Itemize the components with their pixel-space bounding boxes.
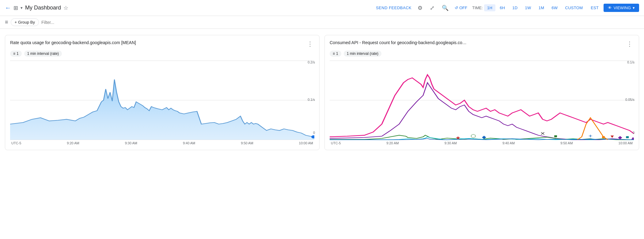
time-custom-button[interactable]: CUSTOM [562, 4, 586, 11]
x-label-utc5: UTC-5 [11, 141, 21, 145]
top-header: ← ⊞ ▾ My Dashboard ☆ SEND FEEDBACK ⚙ ⤢ 🔍… [0, 0, 644, 16]
svg-text:◆: ◆ [482, 135, 487, 139]
chart-2-filter-tag[interactable]: ≡ 1 [330, 51, 341, 57]
svg-text:■: ■ [602, 135, 605, 139]
svg-text:+: + [589, 133, 593, 138]
time-section: TIME: 1H 6H 1D 1W 1M 6W CUSTOM [472, 4, 586, 11]
chart-2-area: ★ ⬡ ◆ ✕ ■ + ■ ▼ ◆ [330, 60, 634, 145]
chart-1-filter-tag[interactable]: ≡ 1 [10, 51, 22, 57]
chart-2-title: Consumed API - Request count for geocodi… [330, 40, 467, 45]
filter-input[interactable] [41, 20, 639, 25]
group-by-button[interactable]: + Group By [11, 18, 39, 26]
filter-tag-icon: ≡ [13, 51, 15, 56]
search-icon[interactable]: 🔍 [441, 3, 450, 13]
time-1d-button[interactable]: 1D [509, 4, 521, 11]
interval-tag-label: 1 min interval (rate) [27, 51, 59, 56]
refresh-icon: ↺ [455, 6, 458, 10]
x-label-950: 9:50 AM [241, 141, 253, 145]
x2-label-1000: 10:00 AM [619, 141, 633, 145]
chart-1-menu-button[interactable]: ⋮ [306, 40, 314, 47]
chart-1-tags: ≡ 1 1 min interval (rate) [10, 51, 314, 57]
y-label-mid-1: 0.1/s [308, 98, 315, 101]
auto-refresh-button[interactable]: ↺ OFF [455, 6, 467, 10]
fullscreen-icon[interactable]: ⤢ [429, 3, 436, 13]
svg-text:▲: ▲ [630, 135, 634, 140]
filter-bar: ≡ + Group By [0, 16, 644, 29]
chart-2-svg: ★ ⬡ ◆ ✕ ■ + ■ ▼ ◆ [330, 60, 634, 140]
x-label-940: 9:40 AM [183, 141, 195, 145]
grid-icon[interactable]: ⊞ [13, 5, 18, 11]
svg-text:★: ★ [455, 135, 460, 140]
time-1h-button[interactable]: 1H [484, 4, 495, 11]
chart-card-1: Rate quota usage for geocoding-backend.g… [5, 35, 320, 150]
time-6h-button[interactable]: 6H [497, 4, 508, 11]
chart-1-x-labels: UTC-5 9:20 AM 9:30 AM 9:40 AM 9:50 AM 10… [10, 141, 314, 145]
chart-1-title: Rate quota usage for geocoding-backend.g… [10, 40, 136, 45]
viewing-label: VIEWING [614, 6, 631, 10]
filter-tag-2-icon: ≡ [333, 51, 335, 56]
chart-1-header: Rate quota usage for geocoding-backend.g… [10, 40, 314, 47]
filter-tag-value: 1 [17, 51, 19, 56]
viewing-dropdown-icon: ▾ [633, 6, 635, 10]
hamburger-icon[interactable]: ≡ [5, 19, 8, 25]
x-label-1000: 10:00 AM [299, 141, 313, 145]
interval-tag-2-label: 1 min interval (rate) [347, 51, 378, 56]
filter-tag-2-value: 1 [336, 51, 338, 56]
auto-refresh-label: OFF [459, 6, 467, 10]
back-button[interactable]: ← [5, 4, 11, 11]
x-label-930: 9:30 AM [125, 141, 137, 145]
chart-2-header: Consumed API - Request count for geocodi… [330, 40, 634, 47]
time-1m-button[interactable]: 1M [536, 4, 547, 11]
chart-2-interval-tag[interactable]: 1 min interval (rate) [344, 51, 381, 57]
svg-text:✕: ✕ [540, 131, 545, 136]
y-label-top-2: 0.1/s [627, 60, 635, 64]
svg-text:■: ■ [554, 134, 557, 138]
time-1w-button[interactable]: 1W [522, 4, 534, 11]
chart-1-svg [10, 60, 314, 140]
x2-label-940: 9:40 AM [502, 141, 515, 145]
header-left: ← ⊞ ▾ My Dashboard ☆ [5, 4, 373, 11]
chart-2-x-labels: UTC-5 9:20 AM 9:30 AM 9:40 AM 9:50 AM 10… [330, 141, 634, 145]
settings-icon[interactable]: ⚙ [416, 3, 424, 13]
main-content: Rate quota usage for geocoding-backend.g… [0, 29, 644, 156]
send-feedback-button[interactable]: SEND FEEDBACK [376, 6, 411, 10]
time-label: TIME: [472, 6, 483, 10]
viewing-button[interactable]: 👁 VIEWING ▾ [604, 4, 639, 12]
x-label-920: 9:20 AM [67, 141, 79, 145]
x2-label-930: 9:30 AM [445, 141, 457, 145]
chart-1-interval-tag[interactable]: 1 min interval (rate) [24, 51, 62, 57]
y-label-bottom-1: 0 [313, 131, 315, 135]
y-label-bottom-2: 0 [633, 131, 635, 135]
y-label-mid-2: 0.05/s [625, 98, 635, 101]
chart-1-area: 0.2/s 0.1/s 0 UTC-5 9:20 AM 9:30 AM 9:40… [10, 60, 314, 145]
dashboard-title: My Dashboard [25, 5, 61, 11]
svg-text:■: ■ [626, 135, 629, 139]
time-6w-button[interactable]: 6W [548, 4, 561, 11]
chart-2-menu-button[interactable]: ⋮ [625, 40, 634, 47]
group-by-label: Group By [18, 20, 35, 25]
svg-text:◆: ◆ [618, 135, 623, 139]
x2-label-utc5: UTC-5 [331, 141, 341, 145]
timezone-button[interactable]: EST [591, 6, 598, 10]
star-icon[interactable]: ☆ [63, 5, 68, 11]
header-center: SEND FEEDBACK ⚙ ⤢ 🔍 ↺ OFF TIME: 1H 6H 1D… [376, 3, 639, 13]
svg-text:⬡: ⬡ [471, 133, 476, 138]
eye-icon: 👁 [608, 6, 612, 10]
x2-label-950: 9:50 AM [560, 141, 573, 145]
svg-text:▼: ▼ [609, 134, 615, 138]
dropdown-icon[interactable]: ▾ [21, 6, 23, 10]
plus-icon: + [15, 20, 17, 25]
y-label-top-1: 0.2/s [308, 60, 315, 64]
x2-label-920: 9:20 AM [386, 141, 399, 145]
chart-2-tags: ≡ 1 1 min interval (rate) [330, 51, 634, 57]
chart-card-2: Consumed API - Request count for geocodi… [324, 35, 639, 150]
